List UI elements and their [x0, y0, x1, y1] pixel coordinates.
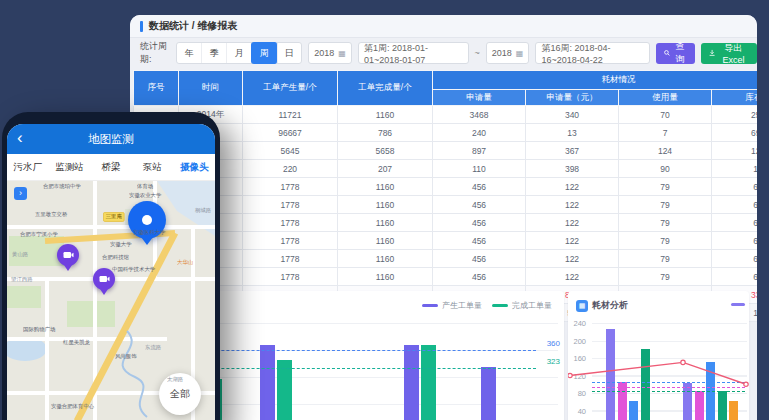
year-end-value: 2018 [492, 48, 512, 58]
legend-item[interactable]: 产生工单量 [422, 300, 482, 311]
back-icon[interactable]: ‹ [17, 128, 23, 148]
camera-icon [63, 251, 74, 259]
table-cell: 1160 [338, 196, 433, 214]
legend-label: 完成工单量 [512, 300, 552, 311]
table-cell: 398 [526, 160, 619, 178]
tab-摄像头[interactable]: 摄像头 [173, 161, 215, 174]
map-view[interactable]: › 全部 合肥市琥珀中学体育场安徽农业大学五里墩立交桥三里庵合肥市宁溪小学安徽医… [7, 181, 215, 420]
table-cell: 19 [712, 160, 758, 178]
table-cell: 1778 [243, 196, 338, 214]
expand-map-button[interactable]: › [14, 187, 27, 200]
map-label: 大华山 [177, 259, 193, 267]
reference-label: 323 [547, 357, 560, 366]
reference-label: 360 [547, 339, 560, 348]
table-cell: 1160 [338, 106, 433, 124]
bar [641, 349, 650, 420]
table-cell: 207 [338, 160, 433, 178]
table-cell: 456 [433, 196, 526, 214]
map-label: 五里墩立交桥 [35, 211, 67, 219]
table-cell: 67 [712, 232, 758, 250]
camera-marker[interactable] [57, 244, 79, 266]
period-option-日[interactable]: 日 [277, 43, 301, 63]
table-cell: 67 [712, 250, 758, 268]
table-cell: 13 [526, 124, 619, 142]
table-cell: 70 [619, 106, 712, 124]
phone-page-title: 地图监测 [88, 132, 134, 147]
chart-icon: ▦ [576, 300, 588, 312]
map-label: 合肥科技馆 [102, 254, 129, 262]
chart-title-row: ▦ 耗材分析 [576, 299, 628, 312]
chart-title: 耗材分析 [592, 299, 628, 312]
col-header-created: 工单产生量/个 [243, 71, 338, 106]
table-cell: 456 [433, 268, 526, 286]
y-axis-tick: 80 [568, 389, 586, 398]
table-cell: 122 [526, 214, 619, 232]
map-label: 红星美凯龙 [63, 339, 90, 347]
legend-item[interactable]: 完成工单量 [492, 300, 552, 311]
period-segmented-control: 年季月周日 [176, 42, 302, 64]
table-cell: 90 [619, 160, 712, 178]
period-option-周[interactable]: 周 [251, 42, 278, 64]
week-end-input[interactable]: 第16周: 2018-04-16~2018-04-22 [535, 42, 650, 64]
table-cell: 1778 [243, 250, 338, 268]
marker-tail [64, 265, 72, 271]
breadcrumb-accent [140, 21, 143, 32]
bar [481, 367, 496, 420]
period-option-季[interactable]: 季 [202, 43, 227, 63]
table-row: 12014年117211160346834070250 [134, 106, 758, 124]
table-cell: 122 [526, 196, 619, 214]
period-label: 统计周期: [140, 40, 170, 66]
year-start-value: 2018 [314, 48, 334, 58]
table-cell: 79 [619, 178, 712, 196]
y-axis-tick: 160 [568, 354, 586, 363]
sub-col-3: 库存量 [712, 90, 758, 106]
table-cell: 3468 [433, 106, 526, 124]
chart-legend: 产生工单量完成工单量 [422, 300, 552, 311]
breadcrumb-bar: 数据统计 / 维修报表 [130, 15, 757, 38]
week-end-value: 第16周: 2018-04-16~2018-04-22 [541, 42, 644, 65]
col-group-consumables: 耗材情况 [433, 71, 758, 90]
table-cell: 79 [619, 268, 712, 286]
tab-污水厂[interactable]: 污水厂 [7, 161, 49, 174]
legend-label: 产生工单量 [442, 300, 482, 311]
period-option-月[interactable]: 月 [227, 43, 252, 63]
table-row: 8177811604561227967 [134, 232, 758, 250]
table-row: 7177811604561227967 [134, 214, 758, 232]
map-label: 三里庵 [103, 212, 125, 222]
map-label: 合肥市宁溪小学 [20, 231, 58, 239]
year-end-select[interactable]: 2018 ▦ [486, 42, 530, 64]
table-cell: 67 [712, 214, 758, 232]
marker-tail [100, 289, 108, 295]
map-label: 东流路 [145, 344, 161, 352]
period-option-年[interactable]: 年 [177, 43, 202, 63]
table-cell: 96667 [243, 124, 338, 142]
tab-泵站[interactable]: 泵站 [132, 161, 174, 174]
table-cell: 1778 [243, 232, 338, 250]
table-cell: 220 [243, 160, 338, 178]
table-cell: 1778 [243, 178, 338, 196]
bar [260, 345, 275, 420]
table-cell: 786 [338, 124, 433, 142]
export-excel-button[interactable]: 导出Excel [701, 43, 757, 64]
table-cell: 456 [433, 178, 526, 196]
bar [606, 329, 615, 420]
map-label: 安徽合肥体育中心 [51, 403, 94, 411]
table-row: 42202071103989019 [134, 160, 758, 178]
year-start-select[interactable]: 2018 ▦ [308, 42, 352, 64]
tab-桥梁[interactable]: 桥梁 [90, 161, 132, 174]
map-label: 安徽大学 [110, 241, 132, 249]
phone-screen: ‹ 地图监测 污水厂监测站桥梁泵站摄像头 [7, 124, 215, 420]
map-label: 国际购物广场 [23, 326, 55, 334]
week-start-input[interactable]: 第1周: 2018-01-01~2018-01-07 [358, 42, 469, 64]
legend-item-partial[interactable] [731, 303, 745, 306]
table-cell: 67 [712, 196, 758, 214]
table-cell: 456 [433, 250, 526, 268]
table-cell: 1160 [338, 178, 433, 196]
map-label: 中国科学技术大学 [112, 266, 155, 274]
y-axis-tick: 40 [568, 407, 586, 416]
col-header-seq: 序号 [134, 71, 179, 106]
map-label: 桐城路 [195, 207, 211, 215]
table-cell: 129 [712, 142, 758, 160]
query-button[interactable]: 查询 [656, 43, 695, 64]
tab-监测站[interactable]: 监测站 [49, 161, 91, 174]
